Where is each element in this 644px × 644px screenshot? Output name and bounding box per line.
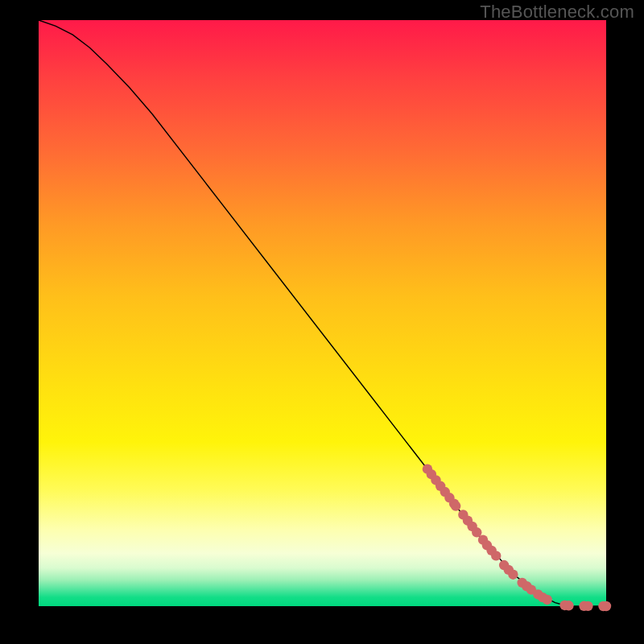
chart-frame: TheBottleneck.com bbox=[0, 0, 644, 644]
plot-area bbox=[39, 20, 606, 606]
data-dot bbox=[451, 501, 460, 510]
data-dot bbox=[564, 601, 573, 610]
chart-svg bbox=[39, 20, 606, 606]
curve-line bbox=[39, 20, 606, 606]
data-dot bbox=[508, 569, 518, 579]
dots-group bbox=[423, 464, 611, 611]
data-dot bbox=[491, 551, 501, 560]
watermark-text: TheBottleneck.com bbox=[480, 2, 634, 23]
data-dot bbox=[601, 601, 611, 611]
data-dot bbox=[583, 601, 592, 611]
data-dot bbox=[542, 595, 551, 605]
